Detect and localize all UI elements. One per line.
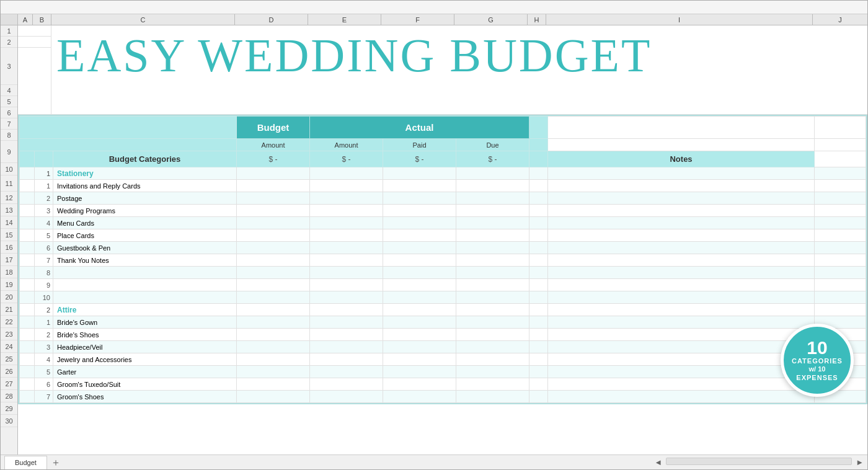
scroll-controls: ◄ ► <box>654 458 864 467</box>
budget-table: Budget Actual Amount Amount Paid Due <box>19 116 866 403</box>
item-blank-9: 9 <box>20 279 866 291</box>
category-stationery: 1 Stationery <box>20 167 866 180</box>
add-sheet-button[interactable]: ＋ <box>51 458 61 468</box>
badge-w-label: w/ 10 <box>809 365 826 373</box>
row-num-17: 17 <box>1 254 17 266</box>
actual-due-header: Due <box>456 139 529 151</box>
row-num-4: 4 <box>1 85 17 96</box>
item-postage: 2 Postage <box>20 192 866 205</box>
actual-dollar-dash-3: $ - <box>456 151 529 167</box>
row-num-9: 9 <box>1 141 17 163</box>
row-num-3: 3 <box>1 48 17 85</box>
row-num-18: 18 <box>1 266 17 278</box>
cat-num-stationery: 1 <box>35 167 53 180</box>
badge-number: 10 <box>807 339 827 357</box>
header-row-3: Budget Categories $ - $ - $ - $ - Notes <box>20 151 866 167</box>
row-num-5: 5 <box>1 96 17 107</box>
budget-categories-header: Budget Categories <box>53 151 237 167</box>
title-section: EASY WEDDING BUDGET <box>18 25 867 115</box>
actual-dollar-dash-1: $ - <box>310 151 383 167</box>
item-garter: 5 Garter <box>20 366 866 378</box>
item-brides-shoes: 2 Bride's Shoes <box>20 329 866 341</box>
item-groom-shoes: 7 Groom's Shoes <box>20 391 866 403</box>
scroll-right-icon[interactable]: ► <box>856 458 864 467</box>
row-num-25: 25 <box>1 353 17 365</box>
col-header-a[interactable]: A <box>18 14 33 25</box>
bottom-bar: Budget ＋ ◄ ► <box>1 454 867 469</box>
row-num-19: 19 <box>1 278 17 291</box>
row-num-12: 12 <box>1 192 17 204</box>
actual-header-cell: Actual <box>310 117 529 139</box>
col-header-g[interactable]: G <box>454 14 528 25</box>
row-num-10: 10 <box>1 163 17 175</box>
item-programs: 3 Wedding Programs <box>20 205 866 217</box>
budget-header-cell: Budget <box>237 117 310 139</box>
row-num-27: 27 <box>1 378 17 390</box>
page-title: EASY WEDDING BUDGET <box>56 32 652 79</box>
item-menu-cards: 4 Menu Cards <box>20 217 866 229</box>
sheet-tab-budget[interactable]: Budget <box>4 456 47 469</box>
item-headpiece: 3 Headpiece/Veil <box>20 341 866 353</box>
toolbar <box>1 1 867 14</box>
row-num-20: 20 <box>1 291 17 303</box>
row-num-28: 28 <box>1 390 17 402</box>
col-header-j[interactable]: J <box>813 14 867 25</box>
row-num-1: 1 <box>1 25 17 37</box>
scroll-bar[interactable] <box>666 458 852 465</box>
main-content: EASY WEDDING BUDGET <box>18 25 867 454</box>
row-num-29: 29 <box>1 402 17 415</box>
corner-cell <box>1 14 18 25</box>
badge-categories-label: CATEGORIES <box>792 357 843 365</box>
badge-expenses-label: EXPENSES <box>796 374 838 382</box>
row-num-8: 8 <box>1 130 17 141</box>
row-num-21: 21 <box>1 303 17 316</box>
row-num-30: 30 <box>1 415 17 427</box>
row-num-14: 14 <box>1 216 17 229</box>
col-header-d[interactable]: D <box>235 14 308 25</box>
row-num-24: 24 <box>1 340 17 353</box>
item-brides-gown: 1 Bride's Gown <box>20 316 866 329</box>
actual-paid-header: Paid <box>383 139 456 151</box>
badge: 10 CATEGORIES w/ 10 EXPENSES <box>781 324 854 397</box>
item-place-cards: 5 Place Cards <box>20 229 866 242</box>
row-num-26: 26 <box>1 365 17 378</box>
title-cell: EASY WEDDING BUDGET <box>51 25 867 114</box>
row-num-13: 13 <box>1 204 17 216</box>
col-header-h[interactable]: H <box>528 14 546 25</box>
item-blank-8: 8 <box>20 267 866 279</box>
budget-dollar-dash: $ - <box>237 151 310 167</box>
budget-amount-header: Amount <box>237 139 310 151</box>
category-attire: 2 Attire <box>20 304 866 316</box>
item-jewelry: 4 Jewelry and Accessories <box>20 353 866 366</box>
notes-header: Notes <box>548 151 815 167</box>
header-row-1: Budget Actual <box>20 117 866 139</box>
item-guestbook: 6 Guestbook & Pen <box>20 242 866 254</box>
sheet-body: 1 2 3 4 5 6 7 8 9 10 11 12 13 14 15 16 1… <box>1 25 867 454</box>
row-num-7: 7 <box>1 118 17 130</box>
row-num-11: 11 <box>1 175 17 192</box>
app-wrapper: A B C D E F G H I J 1 2 3 4 5 6 7 8 9 10… <box>0 0 868 470</box>
header-row-2: Amount Amount Paid Due <box>20 139 866 151</box>
row-num-23: 23 <box>1 328 17 340</box>
actual-dollar-dash-2: $ - <box>383 151 456 167</box>
row-num-15: 15 <box>1 229 17 241</box>
budget-table-wrapper: Budget Actual Amount Amount Paid Due <box>18 115 867 404</box>
col-header-c[interactable]: C <box>51 14 235 25</box>
item-groom-tuxedo: 6 Groom's Tuxedo/Suit <box>20 378 866 391</box>
column-headers-row: A B C D E F G H I J <box>1 14 867 25</box>
actual-amount-header: Amount <box>310 139 383 151</box>
col-header-i[interactable]: I <box>546 14 813 25</box>
col-header-b[interactable]: B <box>33 14 51 25</box>
item-thank-you: 7 Thank You Notes <box>20 254 866 267</box>
row-num-2: 2 <box>1 37 17 48</box>
row-num-22: 22 <box>1 316 17 328</box>
row-num-16: 16 <box>1 241 17 254</box>
scroll-left-icon[interactable]: ◄ <box>654 458 662 467</box>
item-blank-10: 10 <box>20 291 866 304</box>
col-header-f[interactable]: F <box>381 14 454 25</box>
col-header-e[interactable]: E <box>308 14 381 25</box>
row-num-6: 6 <box>1 107 17 118</box>
row-numbers-column: 1 2 3 4 5 6 7 8 9 10 11 12 13 14 15 16 1… <box>1 25 18 454</box>
cat-name-stationery: Stationery <box>53 167 237 180</box>
item-invitations: 1 Invitations and Reply Cards <box>20 180 866 192</box>
